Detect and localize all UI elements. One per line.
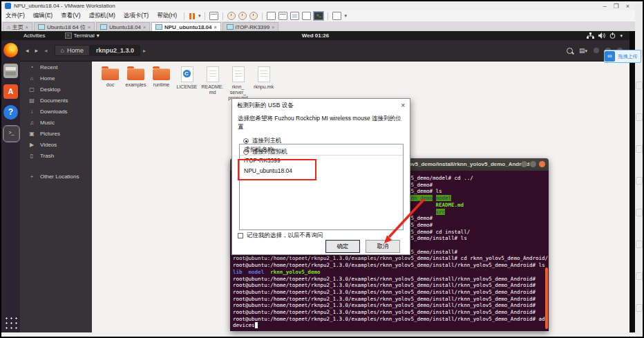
forward-button[interactable]: ▸ <box>35 47 39 54</box>
toolbar-unity-mode-button[interactable] <box>302 12 311 20</box>
terminal-line: root@ubuntu:/home/topeet/rknpu2_1.3.0/ex… <box>233 282 549 289</box>
sidebar-item-trash[interactable]: ▯Trash <box>20 150 92 161</box>
sidebar-item-home[interactable]: ⌂Home <box>20 73 92 84</box>
terminal-line: devices <box>233 322 549 329</box>
menu-帮[interactable]: 帮助(H) <box>153 12 181 19</box>
ok-button[interactable]: 确定 <box>325 240 360 253</box>
menu-虚[interactable]: 虚拟机(M) <box>85 12 120 19</box>
tab-iTOP-RK3399[interactable]: iTOP-RK3399× <box>222 22 279 31</box>
sidebar-item-other-locations[interactable]: +Other Locations <box>20 171 92 182</box>
sidebar-item-downloads[interactable]: ↓Downloads <box>20 106 92 117</box>
tab-close-icon[interactable]: × <box>214 25 216 30</box>
menu-查[interactable]: 查看(V) <box>57 12 84 19</box>
vm-list-header[interactable]: 虚拟机名称 ▾ <box>240 144 403 156</box>
file-icon <box>181 66 193 82</box>
upload-badge-label: 拖拽上传 <box>615 53 641 60</box>
help-icon[interactable]: ? <box>3 105 18 120</box>
file-item-runtime[interactable]: runtime <box>149 63 174 101</box>
toolbar-pause-button[interactable] <box>189 13 195 19</box>
maximize-button[interactable]: ❐ <box>614 3 619 10</box>
terminal-maximize-icon[interactable] <box>530 161 536 167</box>
tab-NPU_ubuntu18.04[interactable]: NPU_ubuntu18.04× <box>151 22 221 31</box>
folder-icon <box>102 68 119 80</box>
search-icon[interactable] <box>567 48 573 54</box>
vm-screen-icon <box>38 24 45 30</box>
window-minimize-circle[interactable] <box>594 48 599 53</box>
menu-文[interactable]: 文件(F) <box>1 12 29 19</box>
file-icon <box>258 66 270 82</box>
activities-button[interactable]: Activities <box>23 32 46 39</box>
toolbar-snapshot-revert-icon[interactable] <box>238 12 247 20</box>
vmware-titlebar: NPU_ubuntu18.04 - VMware Workstation – ❐… <box>1 1 635 10</box>
volume-icon <box>598 32 605 39</box>
terminal-line: root@ubuntu:/home/topeet/rknpu2_1.3.0/ex… <box>233 309 549 316</box>
path-scroll-left-icon[interactable]: ◂ <box>44 47 48 54</box>
tab-Ubuntu18.04[interactable]: Ubuntu18.04× <box>96 22 150 31</box>
netdisk-logo-icon: ∞ <box>605 51 615 62</box>
toolbar-console-view-button[interactable]: >_ <box>314 12 323 20</box>
close-button[interactable]: × <box>626 3 629 10</box>
file-item-README.md[interactable]: README.md <box>200 63 225 101</box>
files-app-icon[interactable] <box>3 64 18 78</box>
minimize-button[interactable]: – <box>603 3 607 10</box>
plus-icon: + <box>28 173 35 180</box>
sidebar-item-pictures[interactable]: ▣Pictures <box>20 128 92 139</box>
terminal-app-icon: > <box>65 32 72 39</box>
file-item-examples[interactable]: examples <box>123 63 149 101</box>
app-menu-terminal[interactable]: > Terminal ▾ <box>65 32 100 39</box>
sidebar-item-documents[interactable]: ▤Documents <box>20 95 92 106</box>
terminal-line: root@ubuntu:/home/topeet/rknpu2_1.3.0/ex… <box>233 255 549 262</box>
tab-close-icon[interactable]: × <box>143 25 146 30</box>
toolbar-fullscreen-button[interactable] <box>290 12 299 20</box>
file-item-rknn_server_proxy.md[interactable]: rknn_server_proxy.md <box>225 63 251 101</box>
ubuntu-software-icon[interactable]: A <box>3 84 18 99</box>
toolbar-show-thumbnails-button[interactable] <box>278 12 287 20</box>
terminal-dock-icon[interactable]: >_ <box>3 126 19 142</box>
tab-close-icon[interactable]: × <box>26 25 28 30</box>
breadcrumb-home[interactable]: ⌂ Home <box>55 45 90 56</box>
path-scroll-right-icon[interactable]: ▸ <box>143 48 146 54</box>
display-dropdown-caret[interactable]: ▾ <box>344 13 347 19</box>
terminal-line: root@ubuntu:/home/topeet/rknpu2_1.3.0/ex… <box>233 296 549 303</box>
toolbar-snapshot-manager-icon[interactable] <box>249 12 258 20</box>
toolbar-grab-input-button[interactable] <box>209 12 218 20</box>
terminal-line: root@ubuntu:/home/topeet/rknpu2_1.3.0/ex… <box>233 316 549 323</box>
sidebar-item-videos[interactable]: ▶Videos <box>20 139 92 150</box>
tab-close-icon[interactable]: × <box>272 25 274 30</box>
sidebar-item-recent[interactable]: ◔Recent <box>20 62 92 73</box>
menu-选[interactable]: 选项卡(T) <box>120 12 153 19</box>
breadcrumb-current-folder[interactable]: rknpu2_1.3.0 <box>90 45 140 56</box>
dialog-close-icon[interactable]: × <box>401 102 405 109</box>
files-headerbar: ◂ ▸ ◂ ⌂ Home rknpu2_1.3.0 ▸ ▤▾ <box>20 40 629 62</box>
tab-close-icon[interactable]: × <box>88 25 91 30</box>
netdisk-upload-badge[interactable]: ∞ 拖拽上传 <box>604 50 641 63</box>
toolbar-snapshot-take-icon[interactable] <box>227 12 236 20</box>
file-item-LICENSE[interactable]: LICENSE <box>174 63 200 101</box>
remember-checkbox-row[interactable]: 记住我的选择，以后不再询问 <box>238 232 323 240</box>
file-label: LICENSE <box>174 84 200 90</box>
sidebar-item-music[interactable]: ♫Music <box>20 117 92 128</box>
terminal-close-icon[interactable] <box>539 161 545 167</box>
terminal-scrollbar[interactable] <box>545 267 548 329</box>
view-toggle-button[interactable]: ▤▾ <box>579 47 587 54</box>
vmware-logo-icon <box>5 3 11 9</box>
dialog-title: 检测到新的 USB 设备 <box>237 102 294 110</box>
firefox-icon[interactable] <box>3 43 18 57</box>
checkbox-icon <box>238 233 243 238</box>
toolbar-show-library-button[interactable] <box>267 12 276 20</box>
tab-主页[interactable]: ⌂主页× <box>3 22 32 31</box>
terminal-minimize-icon[interactable] <box>521 161 527 167</box>
menu-编[interactable]: 编辑(E) <box>29 12 57 19</box>
pause-dropdown-caret[interactable]: ▾ <box>198 13 201 19</box>
file-item-rknpu.mk[interactable]: rknpu.mk <box>251 63 276 101</box>
sidebar-item-desktop[interactable]: ▢Desktop <box>20 84 92 95</box>
file-item-doc[interactable]: doc <box>97 63 123 101</box>
cancel-button[interactable]: 取消 <box>366 240 400 253</box>
toolbar-display-settings-button[interactable] <box>332 12 341 20</box>
show-applications-icon[interactable] <box>3 315 18 330</box>
vmware-menubar: 文件(F)编辑(E)查看(V)虚拟机(M)选项卡(T)帮助(H) ▾ >_ ▾ <box>1 10 635 21</box>
back-button[interactable]: ◂ <box>26 47 29 54</box>
tab-Ubuntu18 64 位[interactable]: Ubuntu18 64 位× <box>34 22 95 31</box>
status-menu-caret[interactable]: ▾ <box>620 33 623 39</box>
terminal-line: root@ubuntu:/home/topeet/rknpu2_1.3.0/ex… <box>233 276 549 283</box>
